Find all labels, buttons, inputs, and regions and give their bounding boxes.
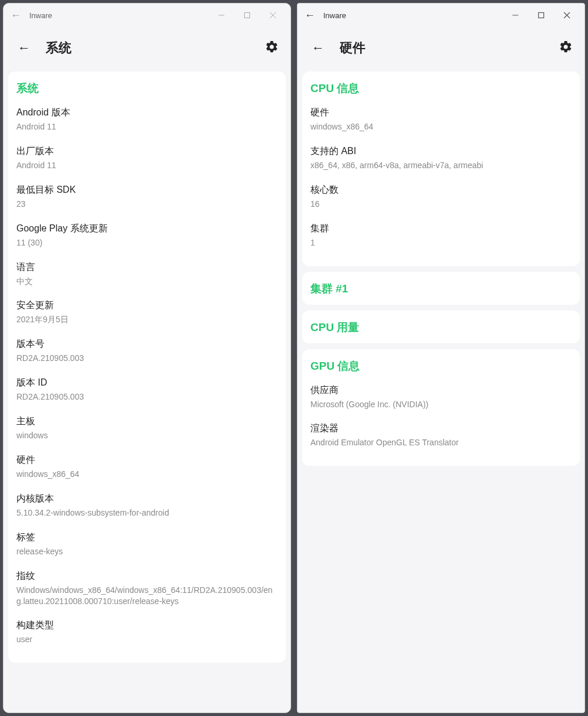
window-system: ← Inware ← 系统 系统Android 版本Android 11出厂版本… bbox=[3, 3, 291, 713]
info-item[interactable]: 支持的 ABIx86_64, x86, arm64-v8a, armeabi-v… bbox=[310, 145, 572, 171]
item-value: 1 bbox=[310, 237, 572, 248]
info-item[interactable]: 语言中文 bbox=[16, 261, 278, 287]
info-item[interactable]: 内核版本5.10.34.2-windows-subsystem-for-andr… bbox=[16, 493, 278, 519]
item-value: RD2A.210905.003 bbox=[16, 353, 278, 364]
item-label: 硬件 bbox=[16, 454, 278, 466]
item-value: RD2A.210905.003 bbox=[16, 391, 278, 403]
info-item[interactable]: 出厂版本Android 11 bbox=[16, 145, 278, 171]
titlebar-back-icon[interactable]: ← bbox=[302, 8, 317, 23]
item-value: 中文 bbox=[16, 276, 278, 287]
info-item[interactable]: 安全更新2021年9月5日 bbox=[16, 299, 278, 325]
card-header: 系统 bbox=[16, 81, 278, 96]
svg-rect-1 bbox=[245, 13, 250, 18]
item-label: 最低目标 SDK bbox=[16, 184, 278, 196]
titlebar-back-icon[interactable]: ← bbox=[8, 8, 23, 23]
info-item[interactable]: 硬件windows_x86_64 bbox=[16, 454, 278, 480]
item-value: windows_x86_64 bbox=[310, 121, 572, 132]
item-label: Google Play 系统更新 bbox=[16, 223, 278, 235]
close-button[interactable] bbox=[260, 6, 286, 25]
info-item[interactable]: 构建类型user bbox=[16, 619, 278, 645]
page-title: 系统 bbox=[46, 39, 71, 57]
svg-rect-5 bbox=[539, 13, 544, 18]
item-label: 标签 bbox=[16, 531, 278, 544]
item-label: 供应商 bbox=[310, 384, 572, 397]
info-card: CPU 信息硬件windows_x86_64支持的 ABIx86_64, x86… bbox=[302, 71, 580, 266]
item-label: 安全更新 bbox=[16, 299, 278, 312]
item-value: 11 (30) bbox=[16, 237, 278, 248]
item-value: 2021年9月5日 bbox=[16, 314, 278, 325]
info-item[interactable]: Android 版本Android 11 bbox=[16, 107, 278, 132]
maximize-button[interactable] bbox=[234, 6, 260, 25]
window-hardware: ← Inware ← 硬件 CPU 信息硬件windows_x86_64支持的 … bbox=[297, 3, 585, 713]
item-label: 语言 bbox=[16, 261, 278, 274]
item-value: release-keys bbox=[16, 546, 278, 557]
item-value: Microsoft (Google Inc. (NVIDIA)) bbox=[310, 399, 572, 410]
info-item[interactable]: 版本 IDRD2A.210905.003 bbox=[16, 377, 278, 403]
item-label: 集群 bbox=[310, 223, 572, 235]
back-arrow-icon[interactable]: ← bbox=[13, 38, 35, 58]
info-item[interactable]: 最低目标 SDK23 bbox=[16, 184, 278, 210]
content-area: CPU 信息硬件windows_x86_64支持的 ABIx86_64, x86… bbox=[298, 71, 584, 712]
minimize-button[interactable] bbox=[208, 6, 234, 25]
page-title: 硬件 bbox=[340, 39, 365, 57]
item-value: x86_64, x86, arm64-v8a, armeabi-v7a, arm… bbox=[310, 160, 572, 171]
item-value: windows_x86_64 bbox=[16, 469, 278, 480]
content-area: 系统Android 版本Android 11出厂版本Android 11最低目标… bbox=[4, 71, 290, 712]
item-label: 构建类型 bbox=[16, 619, 278, 632]
minimize-button[interactable] bbox=[502, 6, 528, 25]
item-label: 指纹 bbox=[16, 570, 278, 582]
item-value: 5.10.34.2-windows-subsystem-for-android bbox=[16, 507, 278, 519]
titlebar: ← Inware bbox=[298, 4, 584, 27]
item-value: Windows/windows_x86_64/windows_x86_64:11… bbox=[16, 585, 278, 607]
maximize-button[interactable] bbox=[528, 6, 554, 25]
gear-icon[interactable] bbox=[262, 37, 281, 59]
item-label: Android 版本 bbox=[16, 107, 278, 119]
item-value: 16 bbox=[310, 199, 572, 210]
card-header: GPU 信息 bbox=[310, 359, 572, 374]
item-label: 版本 ID bbox=[16, 377, 278, 389]
info-item[interactable]: Google Play 系统更新11 (30) bbox=[16, 223, 278, 248]
page-header: ← 系统 bbox=[4, 27, 290, 71]
info-item[interactable]: 标签release-keys bbox=[16, 531, 278, 557]
info-item[interactable]: 主板windows bbox=[16, 415, 278, 441]
titlebar: ← Inware bbox=[4, 4, 290, 27]
item-label: 渲染器 bbox=[310, 422, 572, 435]
back-arrow-icon[interactable]: ← bbox=[307, 38, 329, 58]
info-card: 集群 #1 bbox=[302, 272, 580, 305]
card-header: 集群 #1 bbox=[310, 281, 572, 296]
item-value: Android 11 bbox=[16, 121, 278, 132]
info-card: CPU 用量 bbox=[302, 311, 580, 343]
info-item[interactable]: 版本号RD2A.210905.003 bbox=[16, 338, 278, 364]
item-value: user bbox=[16, 634, 278, 645]
item-label: 核心数 bbox=[310, 184, 572, 196]
item-value: Android 11 bbox=[16, 160, 278, 171]
app-title: Inware bbox=[29, 11, 52, 20]
info-item[interactable]: 渲染器Android Emulator OpenGL ES Translator bbox=[310, 422, 572, 448]
info-item[interactable]: 集群1 bbox=[310, 223, 572, 248]
item-value: 23 bbox=[16, 199, 278, 210]
info-card: GPU 信息供应商Microsoft (Google Inc. (NVIDIA)… bbox=[302, 349, 580, 466]
item-value: windows bbox=[16, 430, 278, 441]
item-value: Android Emulator OpenGL ES Translator bbox=[310, 437, 572, 448]
item-label: 版本号 bbox=[16, 338, 278, 350]
close-button[interactable] bbox=[554, 6, 580, 25]
item-label: 主板 bbox=[16, 415, 278, 428]
info-card: 系统Android 版本Android 11出厂版本Android 11最低目标… bbox=[8, 71, 286, 663]
gear-icon[interactable] bbox=[556, 37, 575, 59]
app-title: Inware bbox=[323, 11, 346, 20]
item-label: 内核版本 bbox=[16, 493, 278, 505]
page-header: ← 硬件 bbox=[298, 27, 584, 71]
info-item[interactable]: 供应商Microsoft (Google Inc. (NVIDIA)) bbox=[310, 384, 572, 410]
card-header: CPU 信息 bbox=[310, 81, 572, 96]
card-header: CPU 用量 bbox=[310, 320, 572, 335]
info-item[interactable]: 硬件windows_x86_64 bbox=[310, 107, 572, 132]
item-label: 出厂版本 bbox=[16, 145, 278, 158]
item-label: 硬件 bbox=[310, 107, 572, 119]
info-item[interactable]: 指纹Windows/windows_x86_64/windows_x86_64:… bbox=[16, 570, 278, 607]
item-label: 支持的 ABI bbox=[310, 145, 572, 158]
info-item[interactable]: 核心数16 bbox=[310, 184, 572, 210]
